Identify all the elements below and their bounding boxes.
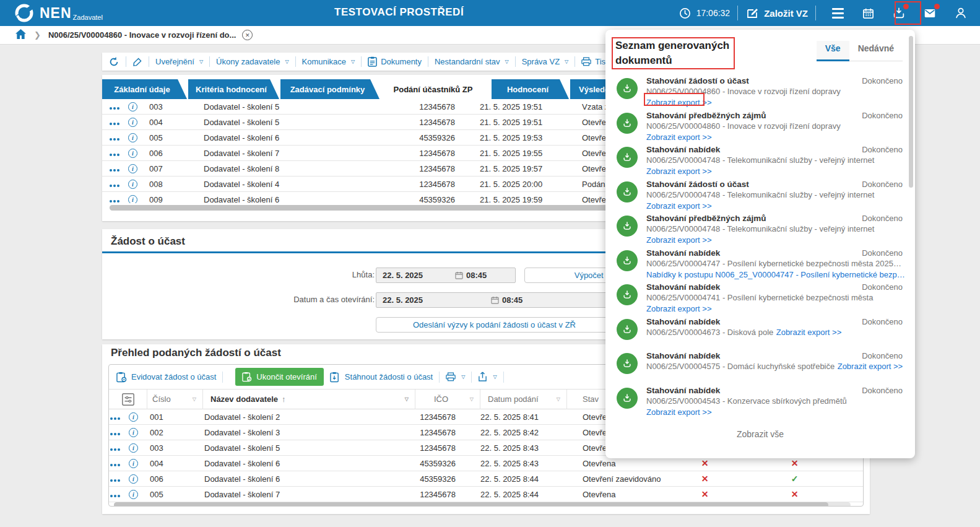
edit-record-button[interactable] [132,57,142,67]
panel-scrollbar[interactable] [909,36,913,188]
main-menu-button[interactable] [832,8,844,19]
user-profile-button[interactable] [954,6,968,20]
show-all-link[interactable]: Zobrazit vše [605,429,915,439]
row-info-icon[interactable]: i [128,195,149,204]
lhuta-input[interactable]: 22. 5. 2025 08:45 [376,268,516,283]
row-options-icon[interactable] [110,428,129,437]
row-info-icon[interactable]: i [128,133,149,142]
row-info-icon[interactable]: i [128,180,149,189]
document-export-link[interactable]: Zobrazit export >> [646,201,712,211]
generated-documents-button[interactable] [892,6,906,20]
home-icon[interactable] [15,28,27,42]
row-info-icon[interactable]: i [128,164,149,173]
document-export-link[interactable]: Zobrazit export >> [646,133,712,142]
row-number: 003 [150,443,204,453]
document-item: Stahování předběžných zájmů Dokončeno N0… [605,111,906,146]
column-header-datum[interactable]: Datum podání▽ [480,390,567,409]
row-info-icon[interactable]: i [129,443,150,453]
row-options-icon[interactable] [110,102,128,111]
document-export-link[interactable]: Zobrazit export >> [646,235,712,245]
row-info-icon[interactable]: i [129,428,150,437]
supplier-name: Dodavatel - školení 3 [204,428,409,437]
column-header-nazev[interactable]: Název dodavatele↑▽ [203,390,415,409]
menu-dokumenty[interactable]: Dokumenty [368,56,422,67]
row-options-icon[interactable] [110,490,129,499]
filter-caret-icon[interactable]: ▽ [193,396,196,402]
table-row[interactable]: i 005 Dodavatel - školení 7 12345678 22.… [109,487,863,502]
tab-zakladni-udaje[interactable]: Základní údaje [102,79,187,99]
menu-nestandardni-stav[interactable]: Nestandardní stav▽ [435,57,509,66]
menu-ukony-zadavatele[interactable]: Úkony zadavatele▽ [216,57,289,66]
chevron-down-icon: ▽ [351,59,355,64]
row-number: 008 [149,180,204,189]
menu-komunikace[interactable]: Komunikace▽ [302,57,355,66]
row-options-icon[interactable] [110,164,128,173]
row-info-icon[interactable]: i [129,459,150,468]
create-vz-button[interactable]: Založit VZ [745,6,808,20]
row-number: 004 [150,459,204,468]
table-row[interactable]: i 006 Dodavatel - školení 6 45359326 22.… [109,471,863,487]
row-options-icon[interactable] [110,412,129,422]
ukoncit-oteviranie-button[interactable]: Ukončit otevírání [235,368,324,386]
tab-kriteria-hodnoceni[interactable]: Kritéria hodnocení [188,79,279,99]
filter-caret-icon[interactable]: ▽ [405,396,409,402]
row-options-icon[interactable] [110,118,128,127]
row-info-icon[interactable]: i [129,474,150,484]
download-success-icon [617,353,638,374]
row-info-icon[interactable]: i [128,149,149,158]
stahnout-zadosti-button[interactable]: Stáhnout žádosti o účast [330,372,433,383]
row-options-icon[interactable] [110,443,129,453]
oteviranie-input[interactable]: 22. 5. 2025 08:45 [376,292,617,308]
document-export-link[interactable]: Zobrazit export >> [646,407,712,417]
notification-badge [934,4,940,9]
row-info-icon[interactable]: i [128,102,149,111]
calendar-icon [491,296,499,304]
tab-podani-ucastniku[interactable]: Podání účastníků ZP [381,79,490,99]
column-header-ico[interactable]: IČO▽ [415,390,480,409]
export-table-button[interactable]: ▽ [478,372,497,382]
status-mark-1: ✕ [660,474,750,484]
document-export-link[interactable]: Nabídky k postupu N006_25_V00004747 - Po… [646,270,905,279]
supplier-ico: 12345678 [409,412,456,422]
row-options-icon[interactable] [110,180,128,189]
row-info-icon[interactable]: i [128,118,149,127]
row-options-icon[interactable] [110,133,128,142]
tab-zadavaci-podminky[interactable]: Zadávací podmínky [280,79,379,99]
environment-title: TESTOVACÍ PROSTŘEDÍ [334,6,464,19]
calendar-button[interactable] [861,6,875,20]
tab-hodnoceni[interactable]: Hodnocení [492,79,569,99]
download-success-icon [617,78,638,99]
document-export-link[interactable]: Zobrazit export >> [646,167,712,176]
menu-sprava-vz[interactable]: Správa VZ▽ [522,57,569,66]
nen-logo[interactable]: NEN Zadavatel [14,2,103,24]
document-export-link[interactable]: Zobrazit export >> [646,304,712,313]
document-export-link[interactable]: Zobrazit export >> [776,328,842,337]
menu-uverejneni[interactable]: Uveřejnění▽ [155,57,203,66]
row-options-icon[interactable] [110,149,128,158]
row-info-icon[interactable]: i [129,412,150,422]
messages-button[interactable] [923,6,937,20]
close-icon[interactable]: ✕ [242,30,253,40]
document-export-link[interactable]: Zobrazit export >> [838,362,903,371]
table-settings-cell[interactable] [109,390,147,409]
supplier-name: Dodavatel - školení 7 [204,490,409,499]
print-table-button[interactable]: ▽ [446,372,465,381]
panel-tab-vse[interactable]: Vše [817,41,849,61]
row-info-icon[interactable]: i [129,490,150,499]
document-export-link[interactable]: Zobrazit export >> [646,98,712,107]
panel-tab-nedavne[interactable]: Nedávné [849,41,903,61]
row-options-icon[interactable] [110,474,129,484]
document-status: Dokončeno [862,282,906,292]
filter-caret-icon[interactable]: ▽ [557,396,560,402]
breadcrumb-item[interactable]: N006/25/V00004860 - Inovace v rozvoji ří… [48,30,236,40]
row-options-icon[interactable] [110,195,128,204]
chevron-right-icon: ❯ [34,30,41,40]
odeslani-vyzvy-button[interactable]: Odeslání výzvy k podání žádosti o účast … [376,317,613,333]
filter-caret-icon[interactable]: ▽ [470,396,474,402]
document-subtitle: N006/25/V00004575 - Domácí kuchyňské spo… [646,362,835,371]
row-options-icon[interactable] [110,459,129,468]
column-header-cislo[interactable]: Číslo▽ [147,390,203,409]
horizontal-scrollbar[interactable] [114,502,851,507]
evidovat-zadost-button[interactable]: Evidovat žádost o účast [116,372,216,383]
refresh-button[interactable] [108,56,119,68]
